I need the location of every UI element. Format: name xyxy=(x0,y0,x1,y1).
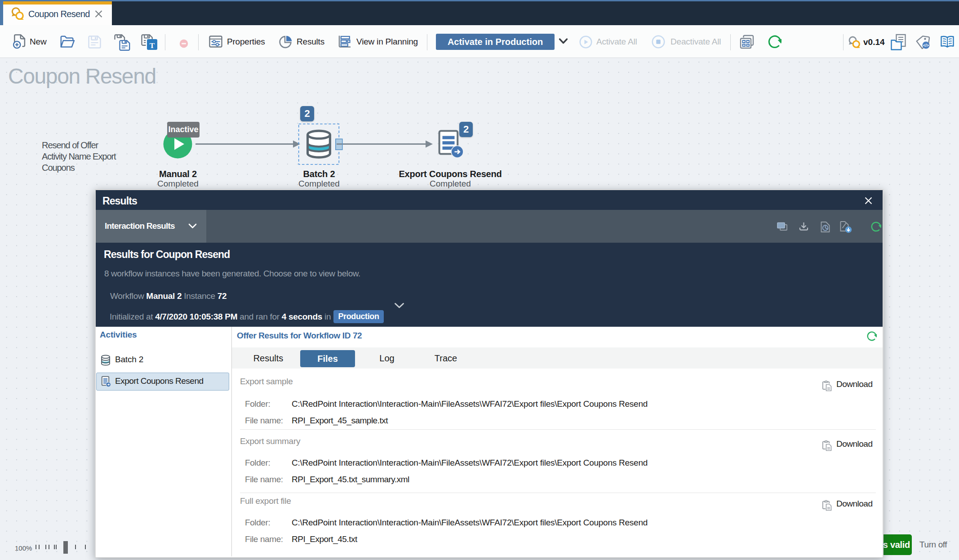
svg-text:</>: </> xyxy=(923,43,929,48)
svg-text:T: T xyxy=(150,41,155,50)
